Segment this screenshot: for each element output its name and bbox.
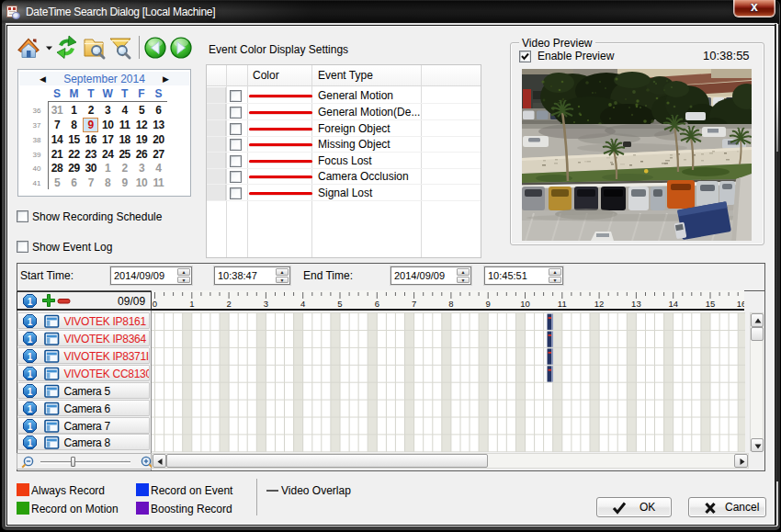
svg-text:1: 1 (28, 351, 33, 361)
svg-text:1: 1 (28, 317, 33, 327)
svg-text:10: 10 (520, 299, 530, 309)
svg-text:5: 5 (337, 299, 342, 309)
svg-text:12: 12 (594, 299, 605, 309)
svg-text:1: 1 (28, 386, 33, 396)
svg-text:9: 9 (486, 299, 491, 309)
svg-text:16: 16 (737, 299, 744, 309)
svg-text:1: 1 (189, 299, 194, 309)
svg-text:7: 7 (412, 299, 416, 309)
svg-text:1: 1 (28, 334, 33, 345)
svg-text:6: 6 (375, 299, 379, 309)
svg-text:15: 15 (706, 299, 716, 309)
svg-text:3: 3 (264, 299, 268, 309)
svg-text:2: 2 (226, 299, 231, 309)
svg-text:8: 8 (448, 299, 453, 309)
svg-text:1: 1 (28, 368, 33, 379)
svg-text:1: 1 (28, 438, 33, 448)
svg-text:4: 4 (300, 299, 305, 309)
svg-text:1: 1 (28, 421, 33, 431)
svg-text:0: 0 (153, 299, 157, 309)
svg-text:14: 14 (668, 299, 678, 309)
svg-text:1: 1 (28, 403, 33, 413)
svg-text:13: 13 (631, 299, 641, 309)
svg-text:11: 11 (558, 299, 567, 309)
